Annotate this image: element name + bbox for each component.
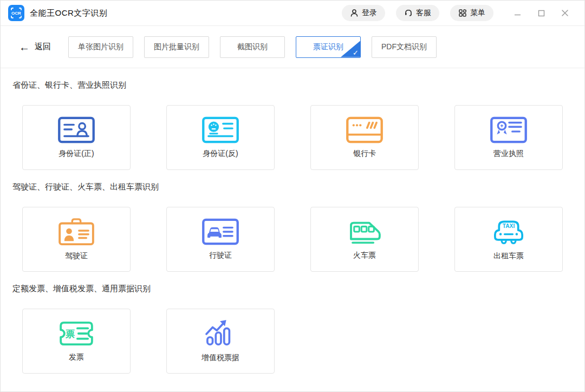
card-row-2: 驾驶证 行驶证 火车票 [22, 207, 584, 272]
card-label: 身份证(正) [58, 149, 94, 159]
check-icon: ✓ [353, 49, 359, 57]
card-vat-receipt[interactable]: 增值税票据 [166, 309, 275, 374]
window-title: 全能王OCR文字识别 [30, 8, 107, 18]
card-label: 银行卡 [353, 149, 376, 159]
tab-label: 票证识别 [313, 42, 343, 52]
back-arrow-icon: ← [19, 42, 30, 53]
card-label: 发票 [69, 352, 84, 362]
card-label: 身份证(反) [203, 149, 238, 159]
card-id-card-front[interactable]: 身份证(正) [22, 105, 131, 170]
back-button[interactable]: ← 返回 [19, 42, 51, 53]
card-label: 行驶证 [209, 251, 232, 260]
card-train-ticket[interactable]: 火车票 [310, 207, 419, 272]
support-button[interactable]: 客服 [396, 5, 439, 21]
maximize-icon [538, 10, 545, 17]
card-taxi-receipt[interactable]: TAXI 出租车票 [454, 207, 563, 272]
tab-batch-image-ocr[interactable]: 图片批量识别 [144, 36, 209, 58]
minimize-button[interactable] [505, 5, 529, 21]
grid-menu-icon [458, 9, 467, 17]
window-controls [505, 5, 577, 21]
tab-label: 截图识别 [237, 42, 268, 52]
menu-button[interactable]: 菜单 [450, 5, 493, 21]
vat-receipt-icon [202, 318, 239, 348]
back-label: 返回 [35, 42, 51, 52]
card-invoice[interactable]: 票 发票 [22, 309, 131, 374]
driver-license-icon [57, 217, 95, 246]
card-label: 驾驶证 [65, 251, 88, 261]
card-label: 火车票 [353, 251, 376, 260]
section-title-id-bank-license: 省份证、银行卡、营业执照识别 [12, 79, 584, 91]
tab-bar: ← 返回 单张图片识别 图片批量识别 截图识别 票证识别✓ PDF文档识别 [1, 26, 584, 68]
section-title-driving-train-taxi: 驾驶证、行驶证、火车票、出租车票识别 [12, 181, 584, 193]
card-row-1: 身份证(正) 身份证(反) [22, 105, 584, 170]
card-label: 出租车票 [493, 251, 524, 261]
user-icon [350, 9, 359, 17]
taxi-receipt-icon: TAXI [490, 217, 528, 246]
close-button[interactable] [553, 5, 577, 21]
card-id-card-back[interactable]: 身份证(反) [166, 105, 275, 170]
invoice-icon: 票 [57, 320, 95, 347]
train-ticket-icon [346, 218, 384, 245]
selected-corner: ✓ [341, 41, 360, 57]
app-logo-icon: OCR [8, 5, 24, 21]
card-label: 增值税票据 [202, 353, 239, 363]
tab-screenshot-ocr[interactable]: 截图识别 [220, 36, 285, 58]
headset-icon [404, 9, 413, 17]
tab-label: 单张图片识别 [78, 42, 123, 52]
taxi-icon-text: TAXI [503, 223, 515, 229]
close-icon [561, 9, 569, 17]
app-logo-text: OCR [11, 11, 21, 16]
card-driver-license[interactable]: 驾驶证 [22, 207, 131, 272]
minimize-icon [514, 10, 521, 17]
card-label: 营业执照 [493, 149, 524, 159]
tab-pdf-ocr[interactable]: PDF文档识别 [372, 36, 437, 58]
bank-card-icon [346, 116, 384, 143]
business-license-icon [490, 116, 528, 143]
menu-label: 菜单 [470, 8, 485, 18]
section-title-invoices: 定额发票、增值税发票、通用票据识别 [12, 283, 584, 295]
login-button[interactable]: 登录 [342, 5, 385, 21]
id-card-front-icon [57, 116, 95, 143]
tab-ticket-ocr[interactable]: 票证识别✓ [296, 36, 361, 58]
app-window: OCR 全能王OCR文字识别 登录 客服 [0, 0, 585, 392]
tab-label: PDF文档识别 [381, 42, 427, 52]
invoice-icon-text: 票 [66, 329, 75, 339]
id-card-back-icon [202, 116, 239, 143]
tab-single-image-ocr[interactable]: 单张图片识别 [68, 36, 133, 58]
card-bank-card[interactable]: 银行卡 [310, 105, 419, 170]
card-business-license[interactable]: 营业执照 [454, 105, 563, 170]
titlebar: OCR 全能王OCR文字识别 登录 客服 [1, 1, 584, 26]
maximize-button[interactable] [529, 5, 553, 21]
card-vehicle-license[interactable]: 行驶证 [166, 207, 275, 272]
login-label: 登录 [362, 8, 377, 18]
vehicle-license-icon [202, 218, 239, 245]
tab-label: 图片批量识别 [154, 42, 199, 52]
card-row-3: 票 发票 增值税票据 [22, 309, 584, 374]
support-label: 客服 [416, 8, 431, 18]
